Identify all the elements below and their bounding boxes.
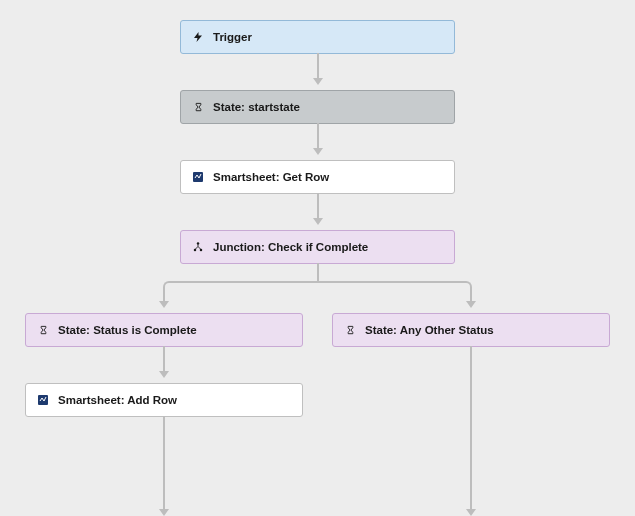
node-state-status-complete[interactable]: State: Status is Complete bbox=[25, 313, 303, 347]
flow-arrow bbox=[157, 416, 171, 516]
flow-arrow bbox=[311, 193, 325, 225]
node-junction-check-complete[interactable]: Junction: Check if Complete bbox=[180, 230, 455, 264]
node-state-startstate[interactable]: State: startstate bbox=[180, 90, 455, 124]
flow-arrow bbox=[157, 346, 171, 378]
flow-arrow bbox=[464, 288, 478, 308]
node-smartsheet-add-row[interactable]: Smartsheet: Add Row bbox=[25, 383, 303, 417]
node-smartsheet-get-row[interactable]: Smartsheet: Get Row bbox=[180, 160, 455, 194]
smartsheet-icon bbox=[36, 393, 50, 407]
smartsheet-icon bbox=[191, 170, 205, 184]
svg-point-1 bbox=[197, 242, 200, 245]
node-label: Trigger bbox=[213, 31, 252, 43]
node-label: Junction: Check if Complete bbox=[213, 241, 368, 253]
workflow-canvas: Trigger State: startstate Smartsheet: Ge… bbox=[0, 0, 635, 516]
state-icon bbox=[191, 100, 205, 114]
flow-arrow bbox=[311, 53, 325, 85]
node-label: State: Any Other Status bbox=[365, 324, 494, 336]
node-label: State: startstate bbox=[213, 101, 300, 113]
node-trigger[interactable]: Trigger bbox=[180, 20, 455, 54]
node-state-any-other-status[interactable]: State: Any Other Status bbox=[332, 313, 610, 347]
state-icon bbox=[343, 323, 357, 337]
lightning-icon bbox=[191, 30, 205, 44]
state-icon bbox=[36, 323, 50, 337]
node-label: Smartsheet: Get Row bbox=[213, 171, 329, 183]
node-label: State: Status is Complete bbox=[58, 324, 197, 336]
junction-icon bbox=[191, 240, 205, 254]
flow-arrow bbox=[311, 123, 325, 155]
node-label: Smartsheet: Add Row bbox=[58, 394, 177, 406]
flow-arrow bbox=[157, 288, 171, 308]
flow-arrow bbox=[311, 263, 325, 281]
branch-connector bbox=[171, 281, 466, 283]
flow-arrow bbox=[464, 346, 478, 516]
